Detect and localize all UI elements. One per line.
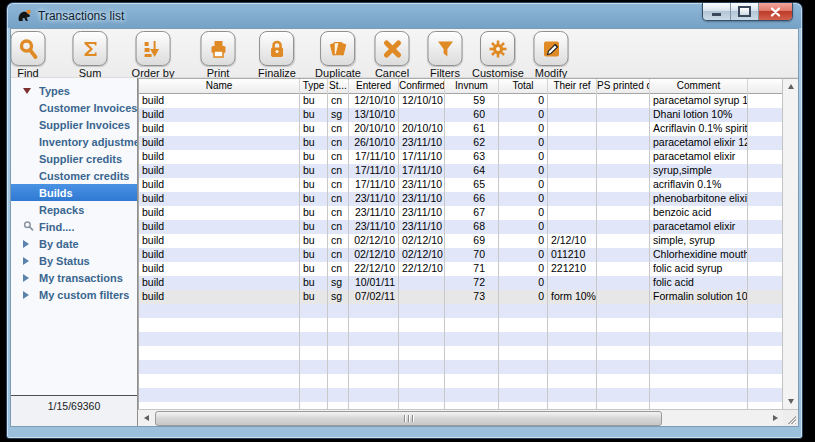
sidebar-item-builds[interactable]: Builds bbox=[11, 184, 137, 201]
resize-grip[interactable] bbox=[783, 410, 798, 426]
minimize-button[interactable] bbox=[703, 3, 731, 20]
table-row[interactable]: buildbusg10/01/11720folic acid bbox=[139, 276, 782, 290]
table-row-empty[interactable] bbox=[139, 360, 782, 374]
sidebar-item-inventory-adjustments[interactable]: Inventory adjustments bbox=[11, 133, 137, 150]
vertical-scrollbar[interactable] bbox=[782, 78, 798, 409]
table-row[interactable]: buildbucn22/12/1022/12/10710221210folic … bbox=[139, 262, 782, 276]
cell-entered: 17/11/10 bbox=[349, 164, 399, 178]
maximize-button[interactable] bbox=[731, 3, 759, 20]
toolbar-button-order-by[interactable]: Order by bbox=[132, 31, 175, 79]
horizontal-scrollbar[interactable] bbox=[138, 409, 798, 426]
sidebar-item-by-status[interactable]: By Status bbox=[11, 252, 137, 269]
cell-name: build bbox=[139, 276, 300, 290]
cell-comment bbox=[650, 388, 748, 402]
cell-comment bbox=[650, 318, 748, 332]
cell-st bbox=[328, 360, 349, 374]
arrow-left-icon bbox=[144, 415, 149, 421]
table-row[interactable]: buildbucn17/11/1023/11/10650acriflavin 0… bbox=[139, 178, 782, 192]
sidebar-item-my-custom-filters[interactable]: My custom filters bbox=[11, 286, 137, 303]
table-row-empty[interactable] bbox=[139, 318, 782, 332]
table-row-empty[interactable] bbox=[139, 388, 782, 402]
column-header-st[interactable]: St... bbox=[328, 79, 349, 94]
toolbar-button-find[interactable]: Find bbox=[11, 31, 46, 79]
scroll-down-button[interactable] bbox=[784, 394, 798, 409]
table-row[interactable]: buildbucn23/11/1023/11/10680paracetamol … bbox=[139, 220, 782, 234]
toolbar-button-customise[interactable]: Customise bbox=[472, 31, 524, 79]
scroll-up-button[interactable] bbox=[784, 79, 798, 94]
table-header-row: NameTypeSt...EnteredConfirmedInvnumTotal… bbox=[139, 79, 782, 94]
sidebar-item-find[interactable]: Find.... bbox=[11, 218, 137, 235]
table-row[interactable]: buildbucn02/12/1002/12/10700011210Chlorh… bbox=[139, 248, 782, 262]
toolbar-button-print[interactable]: Print bbox=[201, 31, 236, 79]
table-row[interactable]: buildbucn02/12/1002/12/106902/12/10simpl… bbox=[139, 234, 782, 248]
sidebar-item-customer-invoices[interactable]: Customer Invoices bbox=[11, 99, 137, 116]
gear-icon bbox=[487, 38, 509, 60]
table-row[interactable]: buildbucn26/10/1023/11/10620paracetamol … bbox=[139, 136, 782, 150]
sidebar-item-by-date[interactable]: By date bbox=[11, 235, 137, 252]
table-row[interactable]: buildbucn12/10/1012/10/10590paracetamol … bbox=[139, 94, 782, 108]
cell-spacer bbox=[748, 94, 782, 108]
table-row-empty[interactable] bbox=[139, 304, 782, 318]
cell-total bbox=[499, 332, 548, 346]
sidebar-item-repacks[interactable]: Repacks bbox=[11, 201, 137, 218]
cell-total bbox=[499, 388, 548, 402]
column-header-invnum[interactable]: Invnum bbox=[445, 79, 499, 94]
table-row-empty[interactable] bbox=[139, 402, 782, 409]
cell-spacer bbox=[748, 318, 782, 332]
cell-spacer bbox=[748, 290, 782, 304]
column-header-comment[interactable]: Comment bbox=[650, 79, 748, 94]
column-header-type[interactable]: Type bbox=[300, 79, 328, 94]
button-face bbox=[375, 31, 410, 66]
column-header-name[interactable]: Name bbox=[139, 79, 300, 94]
toolbar-button-cancel[interactable]: Cancel bbox=[375, 31, 410, 79]
cell-st: cn bbox=[328, 248, 349, 262]
sidebar-item-supplier-invoices[interactable]: Supplier Invoices bbox=[11, 116, 137, 133]
sidebar-item-types[interactable]: Types bbox=[11, 82, 137, 99]
horizontal-scroll-thumb[interactable] bbox=[155, 411, 662, 426]
cell-spacer bbox=[748, 262, 782, 276]
close-button[interactable] bbox=[759, 3, 792, 20]
triangle-right-icon bbox=[23, 291, 29, 299]
scroll-right-button[interactable] bbox=[767, 410, 783, 426]
horizontal-scroll-track[interactable] bbox=[154, 410, 767, 426]
cell-their-ref bbox=[548, 402, 597, 409]
column-header-their-ref[interactable]: Their ref bbox=[548, 79, 597, 94]
column-header-total[interactable]: Total bbox=[499, 79, 548, 94]
table-row-empty[interactable] bbox=[139, 374, 782, 388]
toolbar-button-duplicate[interactable]: Duplicate bbox=[315, 31, 361, 79]
table-row[interactable]: buildbusg13/10/10600Dhani lotion 10% bbox=[139, 108, 782, 122]
table-row-empty[interactable] bbox=[139, 332, 782, 346]
toolbar-button-filters[interactable]: Filters bbox=[428, 31, 463, 79]
cell-their-ref bbox=[548, 206, 597, 220]
table-row[interactable]: buildbucn20/10/1020/10/10610Acriflavin 0… bbox=[139, 122, 782, 136]
column-header-confirmed[interactable]: Confirmed bbox=[399, 79, 445, 94]
table-row[interactable]: buildbucn23/11/1023/11/10670benzoic acid bbox=[139, 206, 782, 220]
sidebar-item-my-transactions[interactable]: My transactions bbox=[11, 269, 137, 286]
table-row[interactable]: buildbucn17/11/1017/11/10640syrup,simple bbox=[139, 164, 782, 178]
sidebar-item-label: Customer credits bbox=[39, 170, 129, 182]
column-header-entered[interactable]: Entered bbox=[349, 79, 399, 94]
cell-type: bu bbox=[300, 262, 328, 276]
sidebar-item-customer-credits[interactable]: Customer credits bbox=[11, 167, 137, 184]
table-row[interactable]: buildbucn23/11/1023/11/10660phenobarbito… bbox=[139, 192, 782, 206]
table-row[interactable]: buildbucn17/11/1017/11/10630paracetamol … bbox=[139, 150, 782, 164]
toolbar-button-finalize[interactable]: Finalize bbox=[258, 31, 296, 79]
cell-spacer bbox=[748, 164, 782, 178]
sidebar-item-supplier-credits[interactable]: Supplier credits bbox=[11, 150, 137, 167]
toolbar-button-modify[interactable]: Modify bbox=[534, 31, 569, 79]
cell-confirmed bbox=[399, 318, 445, 332]
toolbar-button-sum[interactable]: Sum bbox=[73, 31, 108, 79]
cell-invnum: 63 bbox=[445, 150, 499, 164]
table-row[interactable]: buildbusg07/02/11730form 10%Formalin sol… bbox=[139, 290, 782, 304]
cell-comment: Chlorhexidine mouth wash bbox=[650, 248, 748, 262]
cell-spacer bbox=[748, 122, 782, 136]
column-header-ps-printed-dt[interactable]: PS printed dt. bbox=[597, 79, 650, 94]
cell-confirmed: 20/10/10 bbox=[399, 122, 445, 136]
cell-comment: acriflavin 0.1% bbox=[650, 178, 748, 192]
cell-name: build bbox=[139, 178, 300, 192]
cell-type bbox=[300, 402, 328, 409]
table-row-empty[interactable] bbox=[139, 346, 782, 360]
titlebar[interactable]: Transactions list bbox=[7, 3, 802, 28]
scroll-left-button[interactable] bbox=[138, 410, 154, 426]
column-header-spacer bbox=[748, 79, 782, 94]
